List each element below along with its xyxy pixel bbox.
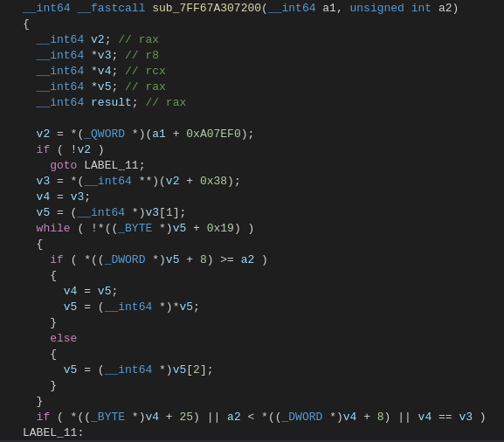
code-line: __int64 __fastcall sub_7FF67A307200(__in… <box>0 0 504 16</box>
code-line: { <box>0 267 504 283</box>
code-line <box>0 110 504 126</box>
code-line: if ( *((_BYTE *)v4 + 25) || a2 < *((_DWO… <box>0 409 504 425</box>
code-editor: __int64 __fastcall sub_7FF67A307200(__in… <box>0 0 504 442</box>
code-line: { <box>0 16 504 31</box>
code-line: v3 = *(__int64 **)(v2 + 0x38); <box>0 173 504 189</box>
code-line: __int64 *v5; // rax <box>0 79 504 94</box>
code-line: } <box>0 393 504 409</box>
code-line: { <box>0 346 504 362</box>
code-line: else <box>0 330 504 346</box>
code-line: v5 = (__int64 *)*v5; <box>0 299 504 314</box>
code-line: __int64 v2; // rax <box>0 31 504 47</box>
code-line-label: LABEL_11: <box>0 425 504 440</box>
code-line: goto LABEL_11; <box>0 157 504 173</box>
code-line: v5 = (__int64 *)v3[1]; <box>0 204 504 220</box>
code-line: if ( *((_DWORD *)v5 + 8) >= a2 ) <box>0 252 504 267</box>
code-line: __int64 result; // rax <box>0 94 504 110</box>
code-line: v2 = *(_QWORD *)(a1 + 0xA07EF0); <box>0 126 504 142</box>
code-line: } <box>0 314 504 330</box>
code-line: v4 = v3; <box>0 189 504 204</box>
code-line: if ( !v2 ) <box>0 142 504 157</box>
code-line: while ( !*((_BYTE *)v5 + 0x19) ) <box>0 220 504 236</box>
code-line: } <box>0 377 504 393</box>
code-line: v5 = (__int64 *)v5[2]; <box>0 362 504 377</box>
code-line: { <box>0 236 504 252</box>
code-line: __int64 *v4; // rcx <box>0 63 504 79</box>
code-line: v4 = v5; <box>0 283 504 299</box>
code-line: __int64 *v3; // r8 <box>0 47 504 63</box>
